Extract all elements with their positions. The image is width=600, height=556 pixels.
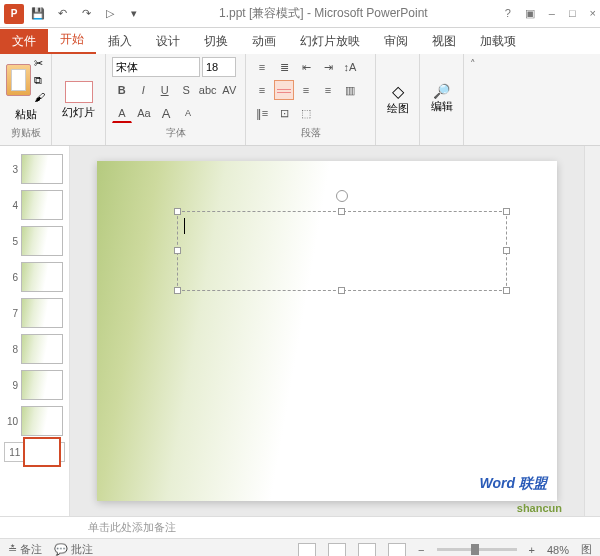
save-icon[interactable]: 💾 [30,6,46,22]
slideshow-view-button[interactable] [388,543,406,557]
comments-toggle[interactable]: 💬 批注 [54,542,93,556]
resize-handle-s[interactable] [338,287,345,294]
collapse-ribbon-icon[interactable]: ˄ [464,54,482,145]
font-size-select[interactable]: 18 [202,57,236,77]
shrink-font-button[interactable]: A [178,103,198,123]
sorter-view-button[interactable] [328,543,346,557]
resize-handle-n[interactable] [338,208,345,215]
zoom-slider[interactable] [437,548,517,551]
thumb-10[interactable]: 10 [4,406,65,436]
slides-label[interactable]: 幻灯片 [62,105,95,120]
font-name-select[interactable]: 宋体 [112,57,200,77]
align-center-button[interactable] [274,80,294,100]
char-spacing-button[interactable]: AV [220,80,239,100]
text-box[interactable] [177,211,507,291]
thumb-5[interactable]: 5 [4,226,65,256]
slide-canvas[interactable]: Word 联盟 shancun [70,146,584,516]
indent-inc-button[interactable]: ⇥ [318,57,338,77]
thumb-4[interactable]: 4 [4,190,65,220]
status-bar: ≛ 备注 💬 批注 − + 48% 图 [0,538,600,556]
format-painter-icon[interactable]: 🖌 [34,91,45,103]
qat-more-icon[interactable]: ▾ [126,6,142,22]
tab-review[interactable]: 审阅 [372,29,420,54]
copy-icon[interactable]: ⧉ [34,74,45,87]
numbering-button[interactable]: ≣ [274,57,294,77]
close-icon[interactable]: × [590,7,596,20]
resize-handle-w[interactable] [174,247,181,254]
tab-transitions[interactable]: 切换 [192,29,240,54]
zoom-level[interactable]: 48% [547,544,569,556]
text-cursor [184,218,185,234]
font-group-label: 字体 [112,126,239,142]
start-from-beginning-icon[interactable]: ▷ [102,6,118,22]
resize-handle-e[interactable] [503,247,510,254]
app-icon: P [4,4,24,24]
notes-pane[interactable]: 单击此处添加备注 [0,516,600,538]
tab-view[interactable]: 视图 [420,29,468,54]
group-clipboard: ✂ ⧉ 🖌 粘贴 剪贴板 [0,54,52,145]
tab-home[interactable]: 开始 [48,27,96,54]
tab-slideshow[interactable]: 幻灯片放映 [288,29,372,54]
resize-handle-se[interactable] [503,287,510,294]
new-slide-icon[interactable] [65,81,93,103]
paste-icon[interactable] [6,64,31,96]
shapes-icon[interactable]: ◇ [392,82,404,101]
maximize-icon[interactable]: □ [569,7,576,20]
align-left-button[interactable]: ≡ [252,80,272,100]
help-icon[interactable]: ? [505,7,511,20]
strike-button[interactable]: S [176,80,195,100]
vertical-scrollbar[interactable] [584,146,600,516]
thumb-6[interactable]: 6 [4,262,65,292]
resize-handle-sw[interactable] [174,287,181,294]
thumb-11[interactable]: 11 [4,442,65,462]
normal-view-button[interactable] [298,543,316,557]
paragraph-group-label: 段落 [252,126,369,142]
columns-button[interactable]: ▥ [340,80,360,100]
ribbon-display-icon[interactable]: ▣ [525,7,535,20]
line-spacing-button[interactable]: ‖≡ [252,103,272,123]
minimize-icon[interactable]: – [549,7,555,20]
italic-button[interactable]: I [133,80,152,100]
ribbon-tabs: 文件 开始 插入 设计 切换 动画 幻灯片放映 审阅 视图 加载项 [0,28,600,54]
justify-button[interactable]: ≡ [318,80,338,100]
thumb-8[interactable]: 8 [4,334,65,364]
tab-addins[interactable]: 加载项 [468,29,528,54]
drawing-label[interactable]: 绘图 [387,101,409,116]
slide[interactable]: Word 联盟 [97,161,557,501]
redo-icon[interactable]: ↷ [78,6,94,22]
align-right-button[interactable]: ≡ [296,80,316,100]
thumb-9[interactable]: 9 [4,370,65,400]
tab-animations[interactable]: 动画 [240,29,288,54]
smartart-button[interactable]: ⬚ [296,103,316,123]
align-text-button[interactable]: ⊡ [274,103,294,123]
undo-icon[interactable]: ↶ [54,6,70,22]
tab-insert[interactable]: 插入 [96,29,144,54]
bullets-button[interactable]: ≡ [252,57,272,77]
watermark-sub: shancun [517,502,562,514]
tab-design[interactable]: 设计 [144,29,192,54]
rotate-handle[interactable] [336,190,348,202]
reading-view-button[interactable] [358,543,376,557]
zoom-out-button[interactable]: − [418,544,424,556]
text-direction-button[interactable]: ↕A [340,57,360,77]
bold-button[interactable]: B [112,80,131,100]
find-icon[interactable]: 🔎 [433,83,450,99]
underline-button[interactable]: U [155,80,174,100]
paste-label[interactable]: 粘贴 [6,107,45,122]
font-color-button[interactable]: A [112,103,132,123]
grow-font-button[interactable]: A [156,103,176,123]
zoom-in-button[interactable]: + [529,544,535,556]
shadow-button[interactable]: abc [198,80,218,100]
thumb-3[interactable]: 3 [4,154,65,184]
tab-file[interactable]: 文件 [0,29,48,54]
notes-toggle[interactable]: ≛ 备注 [8,542,42,556]
fit-to-window-button[interactable]: 图 [581,542,592,556]
cut-icon[interactable]: ✂ [34,57,45,70]
watermark-main: Word 联盟 [480,475,547,493]
editing-label[interactable]: 编辑 [431,99,453,114]
resize-handle-ne[interactable] [503,208,510,215]
thumb-7[interactable]: 7 [4,298,65,328]
change-case-button[interactable]: Aa [134,103,154,123]
indent-dec-button[interactable]: ⇤ [296,57,316,77]
resize-handle-nw[interactable] [174,208,181,215]
